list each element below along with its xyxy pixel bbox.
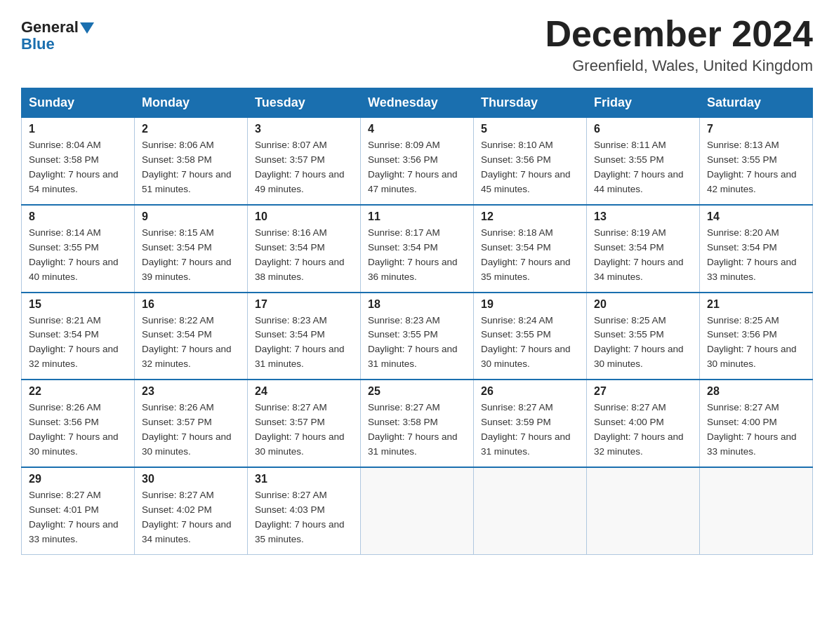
calendar-day-cell: 8 Sunrise: 8:14 AMSunset: 3:55 PMDayligh… [22, 205, 135, 293]
day-info: Sunrise: 8:09 AMSunset: 3:56 PMDaylight:… [368, 140, 458, 194]
day-info: Sunrise: 8:06 AMSunset: 3:58 PMDaylight:… [142, 140, 232, 194]
calendar-week-row: 22 Sunrise: 8:26 AMSunset: 3:56 PMDaylig… [22, 380, 813, 467]
days-of-week-row: SundayMondayTuesdayWednesdayThursdayFrid… [22, 88, 813, 118]
day-info: Sunrise: 8:18 AMSunset: 3:54 PMDaylight:… [481, 227, 571, 282]
day-number: 14 [707, 210, 805, 223]
day-of-week-header: Thursday [474, 88, 587, 118]
day-number: 22 [29, 385, 127, 398]
calendar-week-row: 8 Sunrise: 8:14 AMSunset: 3:55 PMDayligh… [22, 205, 813, 293]
day-info: Sunrise: 8:24 AMSunset: 3:55 PMDaylight:… [481, 315, 571, 370]
calendar-week-row: 1 Sunrise: 8:04 AMSunset: 3:58 PMDayligh… [22, 118, 813, 205]
day-number: 19 [481, 298, 579, 311]
calendar-week-row: 15 Sunrise: 8:21 AMSunset: 3:54 PMDaylig… [22, 293, 813, 380]
day-info: Sunrise: 8:20 AMSunset: 3:54 PMDaylight:… [707, 227, 797, 282]
day-info: Sunrise: 8:13 AMSunset: 3:55 PMDaylight:… [707, 140, 797, 194]
calendar-table: SundayMondayTuesdayWednesdayThursdayFrid… [21, 88, 813, 554]
calendar-day-cell: 7 Sunrise: 8:13 AMSunset: 3:55 PMDayligh… [700, 118, 813, 205]
calendar-day-cell: 1 Sunrise: 8:04 AMSunset: 3:58 PMDayligh… [22, 118, 135, 205]
calendar-day-cell: 22 Sunrise: 8:26 AMSunset: 3:56 PMDaylig… [22, 380, 135, 467]
day-number: 5 [481, 123, 579, 135]
day-info: Sunrise: 8:04 AMSunset: 3:58 PMDaylight:… [29, 140, 119, 194]
day-info: Sunrise: 8:22 AMSunset: 3:54 PMDaylight:… [142, 315, 232, 370]
location-title: Greenfield, Wales, United Kingdom [545, 57, 813, 75]
calendar-day-cell: 17 Sunrise: 8:23 AMSunset: 3:54 PMDaylig… [248, 293, 361, 380]
day-info: Sunrise: 8:26 AMSunset: 3:57 PMDaylight:… [142, 402, 232, 457]
day-info: Sunrise: 8:27 AMSunset: 4:02 PMDaylight:… [142, 490, 232, 544]
day-number: 8 [29, 210, 127, 223]
calendar-day-cell [700, 467, 813, 554]
day-info: Sunrise: 8:16 AMSunset: 3:54 PMDaylight:… [255, 227, 345, 282]
calendar-day-cell: 4 Sunrise: 8:09 AMSunset: 3:56 PMDayligh… [361, 118, 474, 205]
day-info: Sunrise: 8:17 AMSunset: 3:54 PMDaylight:… [368, 227, 458, 282]
calendar-day-cell: 18 Sunrise: 8:23 AMSunset: 3:55 PMDaylig… [361, 293, 474, 380]
day-number: 20 [594, 298, 692, 311]
day-info: Sunrise: 8:27 AMSunset: 3:58 PMDaylight:… [368, 402, 458, 457]
day-info: Sunrise: 8:25 AMSunset: 3:56 PMDaylight:… [707, 315, 797, 370]
calendar-day-cell [361, 467, 474, 554]
day-number: 27 [594, 385, 692, 398]
calendar-day-cell: 19 Sunrise: 8:24 AMSunset: 3:55 PMDaylig… [474, 293, 587, 380]
day-info: Sunrise: 8:07 AMSunset: 3:57 PMDaylight:… [255, 140, 345, 194]
day-number: 25 [368, 385, 466, 398]
day-number: 16 [142, 298, 240, 311]
calendar-day-cell: 23 Sunrise: 8:26 AMSunset: 3:57 PMDaylig… [135, 380, 248, 467]
calendar-day-cell: 11 Sunrise: 8:17 AMSunset: 3:54 PMDaylig… [361, 205, 474, 293]
calendar-day-cell: 2 Sunrise: 8:06 AMSunset: 3:58 PMDayligh… [135, 118, 248, 205]
day-number: 7 [707, 123, 805, 135]
day-info: Sunrise: 8:25 AMSunset: 3:55 PMDaylight:… [594, 315, 684, 370]
day-info: Sunrise: 8:27 AMSunset: 4:00 PMDaylight:… [707, 402, 797, 457]
calendar-day-cell: 30 Sunrise: 8:27 AMSunset: 4:02 PMDaylig… [135, 467, 248, 554]
day-of-week-header: Monday [135, 88, 248, 118]
day-number: 21 [707, 298, 805, 311]
calendar-day-cell: 29 Sunrise: 8:27 AMSunset: 4:01 PMDaylig… [22, 467, 135, 554]
calendar-header: SundayMondayTuesdayWednesdayThursdayFrid… [22, 88, 813, 118]
day-of-week-header: Tuesday [248, 88, 361, 118]
day-number: 9 [142, 210, 240, 223]
day-info: Sunrise: 8:27 AMSunset: 3:57 PMDaylight:… [255, 402, 345, 457]
day-number: 15 [29, 298, 127, 311]
day-info: Sunrise: 8:27 AMSunset: 4:03 PMDaylight:… [255, 490, 345, 544]
calendar-day-cell: 25 Sunrise: 8:27 AMSunset: 3:58 PMDaylig… [361, 380, 474, 467]
day-number: 26 [481, 385, 579, 398]
calendar-day-cell: 26 Sunrise: 8:27 AMSunset: 3:59 PMDaylig… [474, 380, 587, 467]
day-info: Sunrise: 8:26 AMSunset: 3:56 PMDaylight:… [29, 402, 119, 457]
day-info: Sunrise: 8:23 AMSunset: 3:54 PMDaylight:… [255, 315, 345, 370]
day-info: Sunrise: 8:15 AMSunset: 3:54 PMDaylight:… [142, 227, 232, 282]
day-of-week-header: Friday [587, 88, 700, 118]
title-block: December 2024 Greenfield, Wales, United … [545, 14, 813, 75]
calendar-day-cell: 6 Sunrise: 8:11 AMSunset: 3:55 PMDayligh… [587, 118, 700, 205]
calendar-day-cell: 27 Sunrise: 8:27 AMSunset: 4:00 PMDaylig… [587, 380, 700, 467]
day-info: Sunrise: 8:27 AMSunset: 4:00 PMDaylight:… [594, 402, 684, 457]
page-header: General Blue December 2024 Greenfield, W… [21, 14, 813, 75]
day-number: 31 [255, 473, 353, 485]
day-of-week-header: Saturday [700, 88, 813, 118]
day-number: 23 [142, 385, 240, 398]
calendar-day-cell: 28 Sunrise: 8:27 AMSunset: 4:00 PMDaylig… [700, 380, 813, 467]
day-info: Sunrise: 8:10 AMSunset: 3:56 PMDaylight:… [481, 140, 571, 194]
day-of-week-header: Wednesday [361, 88, 474, 118]
day-info: Sunrise: 8:23 AMSunset: 3:55 PMDaylight:… [368, 315, 458, 370]
day-info: Sunrise: 8:21 AMSunset: 3:54 PMDaylight:… [29, 315, 119, 370]
calendar-day-cell [474, 467, 587, 554]
day-info: Sunrise: 8:11 AMSunset: 3:55 PMDaylight:… [594, 140, 684, 194]
day-number: 17 [255, 298, 353, 311]
day-info: Sunrise: 8:14 AMSunset: 3:55 PMDaylight:… [29, 227, 119, 282]
day-number: 28 [707, 385, 805, 398]
day-number: 18 [368, 298, 466, 311]
day-number: 1 [29, 123, 127, 135]
logo-triangle-icon [80, 22, 94, 34]
logo-general-text: General [21, 20, 79, 35]
calendar-day-cell: 21 Sunrise: 8:25 AMSunset: 3:56 PMDaylig… [700, 293, 813, 380]
calendar-day-cell: 24 Sunrise: 8:27 AMSunset: 3:57 PMDaylig… [248, 380, 361, 467]
calendar-day-cell: 14 Sunrise: 8:20 AMSunset: 3:54 PMDaylig… [700, 205, 813, 293]
logo-blue-text: Blue [21, 35, 55, 53]
day-number: 11 [368, 210, 466, 223]
day-info: Sunrise: 8:27 AMSunset: 4:01 PMDaylight:… [29, 490, 119, 544]
month-title: December 2024 [545, 14, 813, 54]
calendar-body: 1 Sunrise: 8:04 AMSunset: 3:58 PMDayligh… [22, 118, 813, 554]
day-of-week-header: Sunday [22, 88, 135, 118]
calendar-day-cell: 9 Sunrise: 8:15 AMSunset: 3:54 PMDayligh… [135, 205, 248, 293]
logo: General Blue [21, 20, 95, 53]
calendar-week-row: 29 Sunrise: 8:27 AMSunset: 4:01 PMDaylig… [22, 467, 813, 554]
calendar-day-cell: 13 Sunrise: 8:19 AMSunset: 3:54 PMDaylig… [587, 205, 700, 293]
